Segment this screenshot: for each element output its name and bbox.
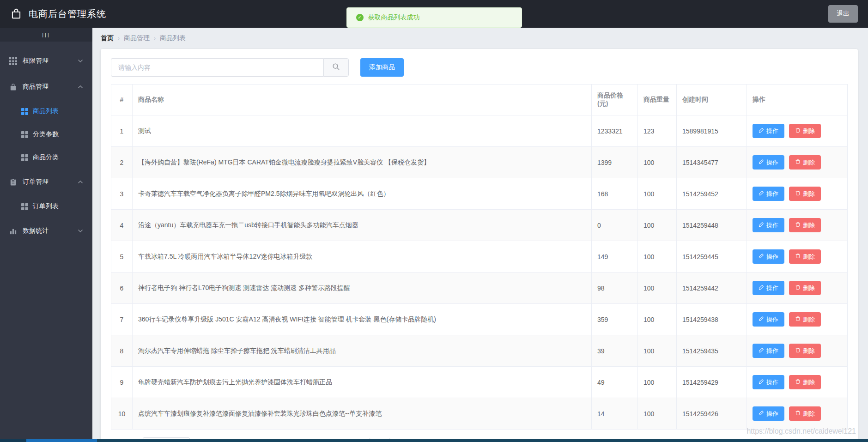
cell-weight: 100 [638,398,677,430]
sidebar-subitem-goods-categories[interactable]: 商品分类 [0,146,92,169]
cell-price: 1233321 [592,115,638,147]
edit-button[interactable]: 操作 [753,375,784,389]
edit-pen-icon [759,253,764,260]
main-content: 首页 › 商品管理 › 商品列表 [92,28,868,442]
trash-icon [795,316,801,323]
edit-button[interactable]: 操作 [753,187,784,201]
edit-button[interactable]: 操作 [753,312,784,327]
edit-button[interactable]: 操作 [753,344,784,358]
column-header-price: 商品价格(元) [592,85,638,115]
delete-button[interactable]: 删除 [789,249,821,264]
cell-actions: 操作 删除 [747,304,848,335]
sidebar-item-permissions[interactable]: 权限管理 [0,48,92,74]
cell-price: 98 [592,272,638,304]
column-header-weight: 商品重量 [638,85,677,115]
breadcrumb-goods-list: 商品列表 [160,34,186,42]
goods-list-card: 添加商品 # 商品名称 商品价格(元) 商品重量 创建时间 [101,49,858,442]
sidebar-item-goods[interactable]: 商品管理 [0,74,92,100]
edit-button[interactable]: 操作 [753,281,784,295]
sidebar-subitem-order-list[interactable]: 订单列表 [0,195,92,218]
cell-price: 359 [592,304,638,335]
table-row: 4 沿途（yantu）车载充电器车充一拖二usb转接口手机智能头多功能汽车点烟器… [111,210,848,241]
edit-button[interactable]: 操作 [753,124,784,138]
delete-button[interactable]: 删除 [789,218,821,232]
cell-actions: 操作 删除 [747,210,848,241]
cell-product-name: 神行者电子狗 神行者L70电子狗测速 测速雷达 流动测速 多种警示路段提醒 [133,272,592,304]
edit-button-label: 操作 [766,284,778,292]
delete-button[interactable]: 删除 [789,344,821,358]
cell-price: 149 [592,241,638,272]
sidebar-subitem-category-params[interactable]: 分类参数 [0,123,92,146]
submenu-label: 商品分类 [33,153,59,162]
search-input[interactable] [111,58,323,77]
edit-pen-icon [759,127,764,134]
cell-product-name: 沿途（yantu）车载充电器车充一拖二usb转接口手机智能头多功能汽车点烟器 [133,210,592,241]
menu-label: 订单管理 [23,178,49,186]
edit-button-label: 操作 [766,190,778,198]
menu-label: 数据统计 [23,227,49,235]
cell-created-time: 1514345477 [677,147,747,178]
edit-button-label: 操作 [766,253,778,261]
edit-button[interactable]: 操作 [753,406,784,421]
delete-button[interactable]: 删除 [789,406,821,421]
cell-created-time: 1514259448 [677,210,747,241]
chevron-up-icon [78,180,83,184]
edit-button[interactable]: 操作 [753,218,784,232]
scrollbar-thumb[interactable] [26,439,97,442]
delete-button-label: 删除 [803,127,815,135]
edit-pen-icon [759,379,764,386]
breadcrumb-home[interactable]: 首页 [101,34,114,42]
delete-button[interactable]: 删除 [789,124,821,138]
grid-2x2-icon [21,131,28,138]
success-toast: ✓ 获取商品列表成功 [346,7,522,28]
cell-created-time: 1514259452 [677,178,747,210]
edit-pen-icon [759,285,764,291]
sidebar-collapse-toggle[interactable]: ||| [0,28,92,42]
table-row: 9 龟牌硬壳蜡新汽车防护划痕去污上光抛光养护漆固体洗车打蜡腊正品 49 100 … [111,367,848,398]
breadcrumb: 首页 › 商品管理 › 商品列表 [101,34,858,42]
menu-label: 权限管理 [23,57,49,65]
cell-weight: 100 [638,147,677,178]
edit-button-label: 操作 [766,158,778,167]
table-row: 2 【海外购自营】黎珐(ReFa) MTG日本 CARAT铂金微电流瘦脸瘦身提拉… [111,147,848,178]
cell-price: 0 [592,210,638,241]
chevron-up-icon [78,85,83,89]
delete-button[interactable]: 删除 [789,312,821,327]
cell-created-time: 1514259429 [677,367,747,398]
cell-price: 168 [592,178,638,210]
column-header-created: 创建时间 [677,85,747,115]
cell-index: 3 [111,178,133,210]
edit-button[interactable]: 操作 [753,249,784,264]
edit-button-label: 操作 [766,315,778,324]
trash-icon [795,159,801,166]
delete-button[interactable]: 删除 [789,281,821,295]
table-row: 7 360行车记录仪尊享升级版 J501C 安霸A12 高清夜视 WIFI连接 … [111,304,848,335]
delete-button-label: 删除 [803,315,815,324]
cell-actions: 操作 删除 [747,335,848,367]
edit-button-label: 操作 [766,127,778,135]
edit-button[interactable]: 操作 [753,155,784,170]
table-row: 8 淘尔杰汽车专用伸缩蜡拖 除尘车掸子擦车拖把 洗车蜡刷清洁工具用品 39 10… [111,335,848,367]
search-button[interactable] [323,58,349,77]
trash-icon [795,222,801,229]
sidebar-item-orders[interactable]: 订单管理 [0,169,92,195]
clipboard-icon [9,178,17,186]
logout-button[interactable]: 退出 [828,5,858,23]
column-header-name: 商品名称 [133,85,592,115]
cell-weight: 100 [638,178,677,210]
sidebar-item-statistics[interactable]: 数据统计 [0,218,92,244]
edit-pen-icon [759,222,764,229]
breadcrumb-separator: › [154,35,156,42]
app-title: 电商后台管理系统 [29,8,106,20]
cell-created-time: 1514259435 [677,335,747,367]
delete-button-label: 删除 [803,410,815,418]
sidebar-subitem-goods-list[interactable]: 商品列表 [0,100,92,123]
delete-button[interactable]: 删除 [789,187,821,201]
delete-button[interactable]: 删除 [789,375,821,389]
cell-weight: 100 [638,367,677,398]
table-row: 10 点缤汽车车漆划痕修复补漆笔漆面修复油漆修补套装珠光珍珠白色点漆笔--单支补… [111,398,848,430]
edit-button-label: 操作 [766,347,778,355]
cell-price: 1399 [592,147,638,178]
delete-button[interactable]: 删除 [789,155,821,170]
add-product-button[interactable]: 添加商品 [360,58,404,77]
